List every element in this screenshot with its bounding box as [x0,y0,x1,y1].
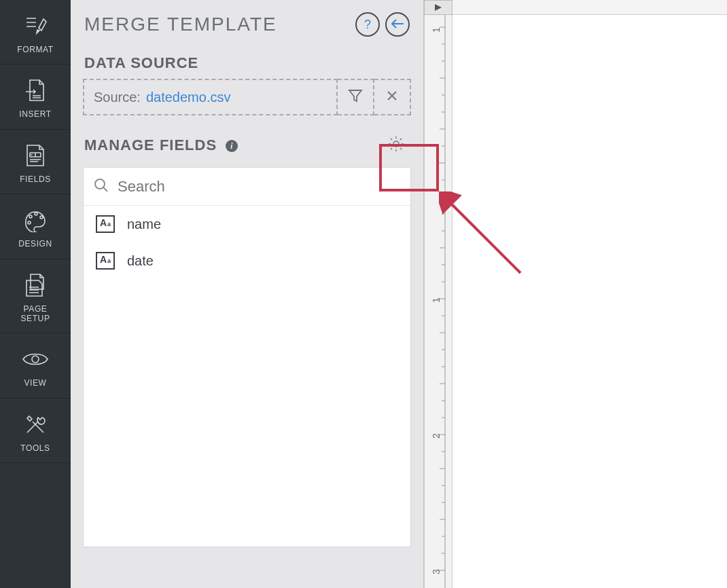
vertical-ruler [424,0,453,588]
left-sidebar: FORMAT INSERT FIELDS [0,0,71,588]
horizontal-ruler [453,0,727,15]
back-button[interactable] [385,12,410,37]
data-source-row: Source: datedemo.csv [83,79,411,115]
sidebar-label: INSERT [19,109,51,119]
source-filename[interactable]: datedemo.csv [146,90,231,105]
gear-icon [387,135,405,155]
manage-fields-text: MANAGE FIELDS [84,136,217,153]
sidebar-item-design[interactable]: DESIGN [0,194,71,259]
design-icon [22,206,49,234]
text-field-icon: Aa [96,215,115,233]
sidebar-label: VIEW [24,378,46,388]
field-label: name [127,217,161,232]
sidebar-item-fields[interactable]: FIELDS [0,130,71,194]
clear-source-button[interactable] [374,79,411,115]
help-button[interactable]: ? [355,12,380,37]
annotation-arrow [439,191,534,287]
manage-fields-settings-button[interactable] [381,130,411,160]
insert-icon [22,77,49,104]
merge-template-panel: MERGE TEMPLATE ? DATA SOURCE Source: dat… [71,0,424,588]
svg-point-0 [29,215,32,218]
field-item[interactable]: Aa name [84,206,410,242]
close-icon [386,90,398,105]
text-field-icon: Aa [96,252,115,270]
ruler-mark: 3 [431,569,442,574]
svg-line-41 [448,201,520,273]
ruler-mark: 1 [431,27,442,33]
sidebar-item-view[interactable]: VIEW [0,333,71,398]
search-row [84,168,410,206]
page-setup-icon [22,272,49,299]
svg-point-6 [95,179,105,189]
back-arrow-icon [391,18,404,32]
sidebar-item-insert[interactable]: INSERT [0,65,71,129]
sidebar-label: TOOLS [20,443,50,453]
search-icon [93,177,109,196]
tools-icon [22,411,49,438]
svg-point-1 [35,213,37,215]
field-item[interactable]: Aa date [84,242,410,279]
svg-point-2 [40,216,43,219]
sidebar-item-page-setup[interactable]: PAGE SETUP [0,259,71,334]
source-label: Source: [94,90,141,105]
filter-source-button[interactable] [338,79,374,115]
data-source-heading: DATA SOURCE [71,49,423,79]
field-label: date [127,253,154,269]
fields-icon [22,142,49,169]
fields-search-input[interactable] [118,178,401,196]
sidebar-label: DESIGN [18,239,52,249]
help-icon: ? [364,18,371,32]
svg-point-3 [28,221,31,224]
ruler-mark: 1 [431,297,442,303]
view-icon [22,346,49,373]
format-icon [22,12,49,39]
sidebar-label: PAGE SETUP [20,304,50,324]
sidebar-item-format[interactable]: FORMAT [0,0,71,65]
info-icon[interactable]: i [226,140,238,152]
svg-point-4 [32,356,39,363]
data-source-box[interactable]: Source: datedemo.csv [83,79,338,115]
fields-card: Aa name Aa date [83,167,411,547]
sidebar-label: FIELDS [20,174,51,184]
svg-point-5 [393,141,399,147]
manage-fields-heading: MANAGE FIELDS i [84,136,381,154]
ruler-mark: 2 [431,433,442,439]
panel-title: MERGE TEMPLATE [84,14,350,35]
ruler-corner [424,0,453,15]
sidebar-item-tools[interactable]: TOOLS [0,399,71,463]
filter-icon [348,88,363,106]
sidebar-label: FORMAT [17,45,53,54]
